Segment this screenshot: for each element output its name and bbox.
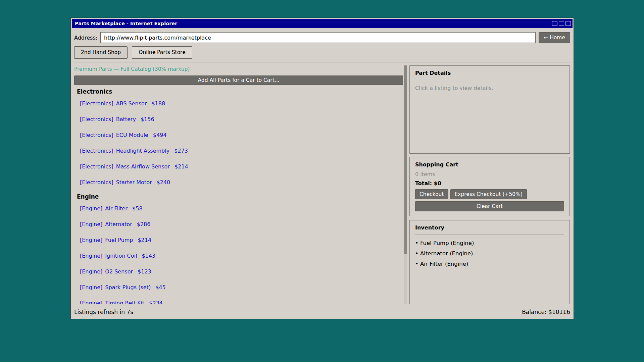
inventory-item: • Air Filter (Engine) [415, 260, 564, 267]
section-heading-engine: Engine [77, 193, 403, 200]
listing-category: [Engine] [80, 284, 102, 291]
shopping-cart-panel: Shopping Cart 0 items Total: $0 Checkout… [409, 157, 570, 216]
listing-category: [Engine] [80, 268, 102, 275]
listing-category: [Engine] [80, 253, 102, 259]
listing-row[interactable]: [Engine]Alternator$286 [74, 217, 403, 232]
listing-name: Ignition Coil [105, 253, 137, 259]
listing-category: [Engine] [80, 300, 102, 304]
listing-price: $273 [174, 148, 188, 154]
inventory-panel: Inventory • Fuel Pump (Engine) • Alterna… [409, 220, 570, 304]
listing-row[interactable]: [Electronics]Starter Motor$240 [74, 175, 403, 191]
shop-tabs: 2nd Hand Shop Online Parts Store [74, 46, 570, 59]
listing-name: ABS Sensor [116, 100, 147, 107]
listing-row[interactable]: [Engine]Timing Belt Kit$234 [74, 296, 403, 304]
add-all-parts-button[interactable]: Add All Parts for a Car to Cart... [74, 75, 403, 85]
listing-row[interactable]: [Electronics]Headlight Assembly$273 [74, 143, 403, 159]
inventory-item: • Alternator (Engine) [415, 250, 564, 257]
listing-category: [Electronics] [80, 100, 113, 107]
close-button[interactable] [565, 21, 571, 26]
minimize-button[interactable] [552, 21, 557, 26]
listing-price: $45 [155, 284, 166, 291]
listing-row[interactable]: [Engine]Ignition Coil$143 [74, 248, 403, 264]
listing-name: Alternator [105, 221, 132, 227]
cart-total: Total: $0 [415, 180, 564, 187]
listing-row[interactable]: [Electronics]Mass Airflow Sensor$214 [74, 159, 403, 175]
listing-name: Battery [116, 116, 136, 122]
status-bar: Listings refresh in 7s Balance: $10116 [74, 306, 570, 318]
listings-area: Premium Parts — Full Catalog (30% markup… [74, 65, 403, 304]
listing-price: $286 [137, 221, 151, 227]
listing-category: [Engine] [80, 237, 102, 243]
listing-row[interactable]: [Engine]O2 Sensor$123 [74, 264, 403, 280]
cart-buttons: Checkout Express Checkout (+50%) [415, 189, 564, 199]
listing-category: [Electronics] [80, 163, 113, 170]
home-button[interactable]: ← Home [539, 32, 570, 43]
clear-cart-button[interactable]: Clear Cart [415, 201, 564, 211]
listing-price: $123 [138, 268, 151, 275]
inventory-title: Inventory [415, 224, 564, 231]
cart-title: Shopping Cart [415, 161, 564, 168]
separator-line [74, 62, 570, 62]
listing-row[interactable]: [Engine]Air Filter$58 [74, 201, 403, 217]
refresh-countdown: Listings refresh in 7s [74, 309, 133, 315]
listing-row[interactable]: [Engine]Spark Plugs (set)$45 [74, 280, 403, 296]
listing-price: $214 [175, 163, 188, 170]
inventory-item: • Fuel Pump (Engine) [415, 240, 564, 247]
listing-price: $234 [149, 300, 163, 304]
maximize-button[interactable] [559, 21, 564, 26]
cart-item-count: 0 items [415, 171, 564, 177]
catalog-header: Premium Parts — Full Catalog (30% markup… [74, 66, 403, 72]
listing-row[interactable]: [Engine]Fuel Pump$214 [74, 232, 403, 248]
listing-price: $143 [142, 253, 155, 259]
listing-price: $240 [157, 179, 170, 186]
listing-price: $188 [151, 100, 165, 107]
side-column: Part Details Click a listing to view det… [409, 65, 570, 304]
tab-2nd-hand-shop[interactable]: 2nd Hand Shop [74, 46, 128, 59]
listing-category: [Engine] [80, 221, 102, 227]
listing-category: [Electronics] [80, 148, 113, 154]
listing-name: Fuel Pump [105, 237, 133, 243]
listing-row[interactable]: [Electronics]ABS Sensor$188 [74, 96, 403, 112]
balance-label: Balance: $10116 [522, 309, 570, 315]
tab-online-parts-store[interactable]: Online Parts Store [132, 46, 192, 59]
listing-name: Headlight Assembly [116, 148, 170, 154]
browser-window: Parts Marketplace - Internet Explorer Ad… [70, 18, 574, 319]
address-bar: Address: ← Home [74, 32, 570, 43]
window-controls [552, 21, 571, 26]
inventory-divider [415, 235, 564, 235]
listing-row[interactable]: [Electronics]ECU Module$494 [74, 127, 403, 143]
listing-price: $58 [132, 205, 143, 212]
address-input[interactable] [100, 32, 536, 43]
part-details-placeholder: Click a listing to view details. [415, 85, 564, 91]
listings-scrollbar[interactable] [404, 65, 407, 304]
part-details-panel: Part Details Click a listing to view det… [409, 65, 570, 154]
listing-name: Air Filter [105, 205, 128, 212]
address-label: Address: [74, 35, 97, 41]
part-details-divider [415, 80, 564, 80]
scrollbar-thumb[interactable] [404, 65, 407, 254]
window-title: Parts Marketplace - Internet Explorer [75, 21, 177, 26]
listings-list: Electronics [Electronics]ABS Sensor$188 … [74, 86, 403, 304]
section-heading-electronics: Electronics [77, 88, 403, 95]
express-checkout-button[interactable]: Express Checkout (+50%) [450, 189, 527, 199]
listing-name: O2 Sensor [105, 268, 133, 275]
listing-name: ECU Module [116, 132, 148, 138]
listing-name: Mass Airflow Sensor [116, 163, 170, 170]
listing-row[interactable]: [Electronics]Battery$156 [74, 112, 403, 127]
listing-category: [Electronics] [80, 116, 113, 122]
listing-name: Starter Motor [116, 179, 152, 186]
listing-category: [Engine] [80, 205, 102, 212]
listing-price: $214 [138, 237, 151, 243]
window-titlebar[interactable]: Parts Marketplace - Internet Explorer [72, 19, 573, 28]
listing-name: Spark Plugs (set) [105, 284, 151, 291]
part-details-title: Part Details [415, 70, 564, 76]
listing-price: $494 [153, 132, 167, 138]
checkout-button[interactable]: Checkout [415, 189, 448, 199]
main-content: Premium Parts — Full Catalog (30% markup… [74, 65, 570, 304]
listing-category: [Electronics] [80, 132, 113, 138]
listing-name: Timing Belt Kit [105, 300, 144, 304]
listing-category: [Electronics] [80, 179, 113, 186]
listing-price: $156 [141, 116, 154, 122]
